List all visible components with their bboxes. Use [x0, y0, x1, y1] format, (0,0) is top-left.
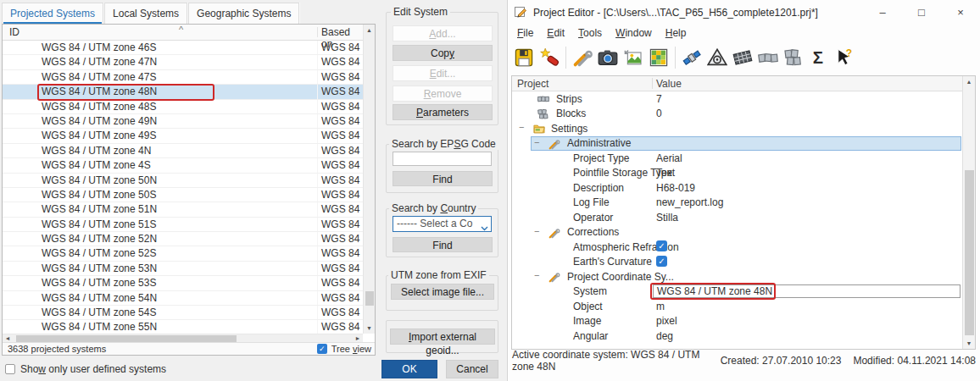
camera-icon[interactable]	[596, 45, 620, 70]
checkbox-unchecked-icon[interactable]	[5, 364, 15, 374]
scrollbar-thumb[interactable]	[365, 291, 374, 306]
list-item[interactable]: WGS 84 / UTM zone 49SWGS 84	[3, 129, 363, 143]
select-image-file-button[interactable]: Select image file...	[391, 284, 494, 300]
tab-projected-systems[interactable]: Projected Systems	[2, 3, 103, 24]
sigma-icon[interactable]: Σ	[807, 45, 831, 70]
list-item[interactable]: WGS 84 / UTM zone 54NWGS 84	[3, 291, 363, 306]
list-item[interactable]: WGS 84 / UTM zone 49NWGS 84	[3, 114, 363, 129]
vertical-scrollbar[interactable]: ▲ ▼	[363, 25, 375, 334]
column-header-value[interactable]: Value	[656, 78, 682, 90]
tools-icon[interactable]	[571, 45, 594, 70]
list-item-selected[interactable]: WGS 84 / UTM zone 48NWGS 84	[3, 85, 363, 99]
epsg-find-button[interactable]: Find	[393, 171, 493, 186]
vertical-scrollbar[interactable]: ▲ ▼	[962, 76, 975, 349]
list-item[interactable]: WGS 84 / UTM zone 4NWGS 84	[3, 144, 363, 158]
blocks-icon[interactable]	[782, 45, 805, 70]
menu-window[interactable]: Window	[609, 26, 659, 41]
help-cursor-icon[interactable]: ?	[832, 45, 856, 70]
grid-row-administrative[interactable]: − Administrative	[512, 136, 962, 152]
list-item[interactable]: WGS 84 / UTM zone 4SWGS 84	[3, 158, 363, 173]
title-bar[interactable]: Project Editor - [C:\Users\...\TAC_P65_H…	[508, 0, 980, 25]
show-user-defined-checkbox[interactable]: Show only user defined systems	[5, 363, 166, 375]
add-button[interactable]: Add...	[393, 25, 493, 41]
cancel-button[interactable]: Cancel	[446, 360, 498, 378]
remove-button[interactable]: Remove	[393, 86, 493, 102]
tab-local-systems[interactable]: Local Systems	[104, 3, 187, 24]
collapse-icon[interactable]: −	[534, 270, 539, 280]
dem-mesh-icon[interactable]	[731, 45, 754, 70]
grid-row-log-file[interactable]: Log File new_report.log	[512, 196, 962, 211]
minimize-icon[interactable]: –	[863, 0, 902, 25]
list-item[interactable]: WGS 84 / UTM zone 51NWGS 84	[3, 202, 363, 217]
gcp-triangle-icon[interactable]	[705, 45, 729, 70]
list-item[interactable]: WGS 84 / UTM zone 51SWGS 84	[3, 218, 363, 232]
collapse-icon[interactable]: −	[519, 122, 524, 132]
list-item[interactable]: WGS 84 / UTM zone 46SWGS 84	[3, 41, 363, 55]
tree-view-checkbox[interactable]: Tree view	[317, 344, 371, 354]
save-icon[interactable]	[512, 45, 536, 70]
scroll-up-icon[interactable]: ▲	[364, 25, 375, 36]
horizontal-scrollbar[interactable]: ◄ ►	[3, 334, 363, 342]
grid-row-pointfile-storage-type[interactable]: Pointfile Storage Type Text	[512, 166, 962, 181]
list-item[interactable]: WGS 84 / UTM zone 50NWGS 84	[3, 174, 363, 188]
list-item[interactable]: WGS 84 / UTM zone 52NWGS 84	[3, 232, 363, 246]
list-header[interactable]: ID ^ Based on	[3, 25, 363, 41]
list-item[interactable]: WGS 84 / UTM zone 50SWGS 84	[3, 188, 363, 202]
grid-header[interactable]: Project Value	[512, 76, 962, 91]
parameters-button[interactable]: Parameters	[393, 104, 493, 120]
checkbox-checked-icon[interactable]	[656, 240, 667, 251]
scroll-down-icon[interactable]: ▼	[364, 323, 375, 334]
satellite-icon[interactable]	[680, 45, 704, 70]
country-find-button[interactable]: Find	[393, 237, 493, 252]
menu-tools[interactable]: Tools	[571, 26, 609, 41]
list-item[interactable]: WGS 84 / UTM zone 52SWGS 84	[3, 246, 363, 261]
list-item[interactable]: WGS 84 / UTM zone 53NWGS 84	[3, 262, 363, 276]
column-header-id[interactable]: ID	[9, 26, 19, 38]
grid-row-description[interactable]: Description H68-019	[512, 180, 962, 196]
column-header-project[interactable]: Project	[517, 78, 548, 90]
checkbox-checked-icon[interactable]	[656, 256, 667, 267]
grid-row-system[interactable]: System WGS 84 / UTM zone 48N	[512, 284, 962, 300]
grid-row-operator[interactable]: Operator Stilla	[512, 210, 962, 225]
grid-row-project-type[interactable]: Project Type Aerial	[512, 151, 962, 166]
menu-edit[interactable]: Edit	[540, 26, 571, 41]
grid-row-corrections[interactable]: − Corrections	[512, 225, 962, 240]
collapse-icon[interactable]: −	[534, 137, 539, 147]
list-item[interactable]: WGS 84 / UTM zone 47NWGS 84	[3, 55, 363, 69]
grid-row-object[interactable]: Object m	[512, 299, 962, 314]
ortho-grid-icon[interactable]	[647, 45, 671, 70]
list-item[interactable]: WGS 84 / UTM zone 54SWGS 84	[3, 306, 363, 320]
close-icon[interactable]: ×	[941, 0, 980, 25]
strips-icon[interactable]	[756, 45, 780, 70]
grid-row-strips[interactable]: Strips 7	[512, 91, 962, 107]
menu-file[interactable]: File	[510, 26, 540, 41]
scrollbar-thumb[interactable]	[965, 170, 974, 335]
scroll-up-icon[interactable]: ▲	[963, 76, 975, 87]
grid-row-blocks[interactable]: Blocks 0	[512, 107, 962, 122]
maximize-icon[interactable]: □	[902, 0, 941, 25]
edit-button[interactable]: Edit...	[393, 65, 493, 81]
menu-help[interactable]: Help	[659, 26, 693, 41]
grid-row-settings[interactable]: − Settings	[512, 121, 962, 136]
epsg-code-input[interactable]	[393, 152, 492, 166]
ok-button[interactable]: OK	[381, 360, 437, 378]
list-item[interactable]: WGS 84 / UTM zone 48SWGS 84	[3, 100, 363, 114]
wizard-icon[interactable]	[537, 45, 561, 70]
grid-row-earths-curvature[interactable]: Earth's Curvature	[512, 255, 962, 270]
scrollbar-thumb[interactable]	[16, 335, 237, 342]
tab-geographic-systems[interactable]: Geographic Systems	[188, 3, 299, 24]
checkbox-checked-icon[interactable]	[317, 344, 327, 354]
image-adjust-icon[interactable]	[621, 45, 645, 70]
grid-row-angular[interactable]: Angular deg	[512, 329, 962, 344]
grid-row-atmospheric-refraction[interactable]: Atmospheric Refraction	[512, 240, 962, 255]
system-value-field[interactable]: WGS 84 / UTM zone 48N	[653, 284, 961, 298]
list-item[interactable]: WGS 84 / UTM zone 53SWGS 84	[3, 276, 363, 290]
collapse-icon[interactable]: −	[534, 226, 539, 236]
grid-row-project-coordinate-system[interactable]: − Project Coordinate Sy...	[512, 269, 962, 284]
grid-row-image[interactable]: Image pixel	[512, 314, 962, 329]
copy-button[interactable]: Copy	[393, 45, 493, 61]
scroll-down-icon[interactable]: ▼	[963, 338, 975, 349]
list-item[interactable]: WGS 84 / UTM zone 47SWGS 84	[3, 70, 363, 85]
country-dropdown[interactable]: ------ Select a Co	[393, 216, 492, 232]
import-geoid-button[interactable]: Import external geoid...	[390, 329, 495, 345]
